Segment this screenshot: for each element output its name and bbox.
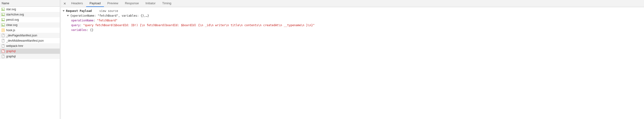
svg-point-1 [2,9,2,9]
request-name-label: starActive.svg [6,13,24,16]
network-request-row[interactable]: graphql [0,54,60,59]
network-request-row[interactable]: star.svg [0,7,60,12]
tab-response[interactable]: Response [122,0,142,7]
request-name-label: _devPagesManifest.json [6,34,37,37]
svg-point-7 [2,24,2,25]
tab-payload[interactable]: Payload [86,0,104,7]
tab-initiator[interactable]: Initiator [142,0,159,7]
network-request-row[interactable]: JShook.js [0,28,60,33]
prop-key: variables [71,28,86,32]
prop-value: "query fetchBoard($boardId: ID!) {\n fet… [83,24,315,27]
column-header-name: Name [2,2,9,5]
payload-prop-operationname[interactable]: operationName: "fetchBoard" [71,18,642,23]
svg-text:JS: JS [2,29,4,31]
request-name-label: star.svg [6,8,16,11]
payload-prop-query[interactable]: query: "query fetchBoard($boardId: ID!) … [71,23,642,28]
image-file-icon [2,8,5,11]
network-requests-panel: Name star.svgstarActive.svgpencil.svgcle… [0,0,60,119]
svg-point-3 [2,14,2,14]
network-request-row[interactable]: starActive.svg [0,12,60,17]
prop-key: query [71,24,80,27]
payload-summary[interactable]: {operationName: "fetchBoard", variables:… [67,13,642,18]
payload-section-title: Request Payload [66,9,92,13]
network-request-row[interactable]: _devPagesManifest.json [0,33,60,38]
image-file-icon [2,13,5,16]
network-column-header[interactable]: Name [0,0,60,7]
prop-value: {} [90,28,93,32]
payload-prop-variables[interactable]: variables: {} [71,28,642,32]
network-request-row[interactable]: graphql [0,49,60,54]
prop-key: operationName [71,19,94,22]
tab-preview[interactable]: Preview [104,0,122,7]
request-name-label: pencil.svg [6,18,19,22]
svg-point-5 [2,19,2,20]
network-request-row[interactable]: clear.svg [0,22,60,28]
network-request-row[interactable]: pencil.svg [0,17,60,22]
document-file-icon [2,39,5,42]
network-list: star.svgstarActive.svgpencil.svgclear.sv… [0,7,60,119]
tab-timing[interactable]: Timing [159,0,175,7]
payload-body: Request Payload view source {operationNa… [61,7,644,119]
panel-resizer[interactable] [60,0,60,119]
request-name-label: clear.svg [6,23,17,27]
request-details-panel: ✕ HeadersPayloadPreviewResponseInitiator… [60,0,644,119]
request-name-label: hook.js [6,29,15,32]
document-file-icon [2,50,5,53]
disclosure-triangle-icon [63,10,64,12]
network-request-row[interactable]: _devMiddlewareManifest.json [0,38,60,43]
payload-summary-text: {operationName: "fetchBoard", variables:… [70,13,149,18]
request-name-label: graphql [6,55,16,58]
payload-section-header[interactable]: Request Payload view source [63,9,642,13]
disclosure-triangle-icon [67,15,69,17]
prop-value: "fetchBoard" [97,19,118,22]
document-file-icon [2,34,5,37]
view-source-link[interactable]: view source [99,9,118,13]
request-name-label: _devMiddlewareManifest.json [6,39,44,42]
request-name-label: graphql [6,50,16,53]
image-file-icon [2,18,5,22]
request-name-label: webpack-hmr [6,44,23,48]
close-icon: ✕ [63,2,66,6]
network-request-row[interactable]: webpack-hmr [0,43,60,49]
document-file-icon [2,44,5,48]
document-file-icon [2,55,5,58]
tab-headers[interactable]: Headers [68,0,86,7]
image-file-icon [2,23,5,27]
script-file-icon: JS [2,29,5,32]
close-details-button[interactable]: ✕ [62,0,68,7]
details-tabs-bar: ✕ HeadersPayloadPreviewResponseInitiator… [61,0,644,7]
